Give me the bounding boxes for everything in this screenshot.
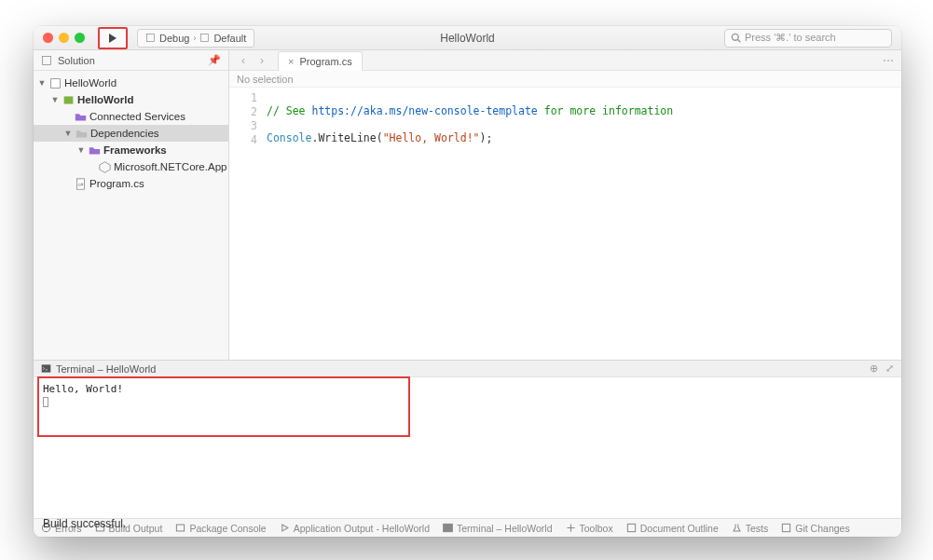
- svg-rect-6: [64, 96, 74, 103]
- code-text: .WriteLine(: [311, 131, 382, 144]
- disclosure-triangle-icon[interactable]: ▼: [76, 145, 86, 155]
- svg-rect-10: [42, 364, 51, 372]
- status-label: Tests: [746, 523, 769, 534]
- target-icon: [145, 33, 156, 43]
- svg-text:c#: c#: [78, 181, 85, 186]
- solution-pad-title: Solution: [58, 55, 95, 66]
- solution-pad-header: Solution 📌: [34, 50, 228, 71]
- project-label: HelloWorld: [77, 94, 133, 105]
- solution-icon: [49, 77, 62, 89]
- svg-rect-17: [783, 524, 790, 531]
- status-app-output[interactable]: Application Output - HelloWorld: [280, 523, 430, 534]
- toolbox-icon: [566, 523, 576, 533]
- status-git-changes[interactable]: Git Changes: [781, 523, 849, 534]
- status-bar: Build successful. Errors Build Output Pa…: [34, 518, 901, 537]
- editor-tab[interactable]: × Program.cs: [278, 51, 363, 71]
- code-text: );: [480, 131, 493, 144]
- disclosure-triangle-icon[interactable]: ▼: [37, 78, 47, 88]
- terminal-settings-icon[interactable]: ⊕: [870, 362, 878, 375]
- svg-marker-7: [100, 161, 110, 171]
- csharp-file-icon: c#: [75, 178, 87, 190]
- svg-rect-13: [177, 525, 185, 531]
- status-tests[interactable]: Tests: [732, 523, 769, 534]
- line-number: 2: [229, 105, 257, 119]
- status-document-outline[interactable]: Document Outline: [626, 523, 719, 534]
- pad-pin-icon[interactable]: 📌: [208, 54, 221, 66]
- nav-forward-button[interactable]: ›: [254, 52, 270, 69]
- connected-services-label: Connected Services: [89, 111, 185, 122]
- config-label: Debug: [159, 33, 189, 44]
- status-label: Toolbox: [580, 523, 613, 534]
- global-search[interactable]: Press '⌘.' to search: [724, 29, 892, 48]
- zoom-window-button[interactable]: [75, 33, 85, 43]
- status-label: Terminal – HelloWorld: [457, 523, 553, 534]
- breadcrumb-bar[interactable]: No selection: [229, 71, 901, 88]
- folder-icon: [75, 128, 88, 140]
- nav-back-button[interactable]: ‹: [235, 52, 252, 69]
- frameworks-node[interactable]: ▼ Frameworks: [34, 142, 228, 158]
- project-node[interactable]: ▼ HelloWorld: [34, 91, 228, 108]
- chevron-right-icon: ›: [193, 34, 196, 43]
- svg-rect-4: [43, 56, 51, 64]
- disclosure-triangle-icon[interactable]: ▼: [50, 95, 60, 104]
- project-icon: [62, 94, 75, 106]
- target-label: Default: [213, 33, 246, 44]
- file-node-program[interactable]: c# Program.cs: [34, 175, 228, 192]
- pad-icon: [41, 55, 52, 66]
- status-label: Application Output - HelloWorld: [294, 523, 430, 534]
- svg-rect-1: [201, 34, 209, 41]
- status-toolbox[interactable]: Toolbox: [566, 523, 613, 534]
- breadcrumb-text: No selection: [237, 74, 294, 85]
- terminal-icon: [443, 523, 453, 533]
- code-editor[interactable]: 1 2 3 4 // See https://aka.ms/new-consol…: [229, 88, 901, 360]
- minimize-window-button[interactable]: [59, 33, 69, 43]
- run-button[interactable]: [98, 27, 128, 49]
- solution-node[interactable]: ▼ HelloWorld: [34, 75, 228, 91]
- svg-rect-0: [146, 34, 154, 41]
- frameworks-label: Frameworks: [103, 144, 167, 156]
- disclosure-triangle-icon[interactable]: ▼: [63, 129, 73, 138]
- close-window-button[interactable]: [43, 33, 53, 43]
- device-icon: [199, 33, 210, 43]
- build-status-message: Build successful.: [43, 517, 126, 530]
- code-string: "Hello, World!": [383, 131, 480, 144]
- code-content[interactable]: // See https://aka.ms/new-console-templa…: [267, 88, 673, 360]
- dependencies-node[interactable]: ▼ Dependencies: [34, 125, 228, 142]
- tests-icon: [732, 523, 742, 533]
- status-terminal[interactable]: Terminal – HelloWorld: [443, 523, 553, 534]
- close-tab-icon[interactable]: ×: [288, 56, 294, 67]
- solution-pad: Solution 📌 ▼ HelloWorld ▼ HelloWorld Con…: [34, 50, 229, 360]
- terminal-title: Terminal – HelloWorld: [56, 363, 156, 375]
- code-comment: for more information: [538, 104, 673, 117]
- terminal-panel: Terminal – HelloWorld ⊕ ⤢ Hello, World!: [34, 360, 901, 518]
- outline-icon: [626, 523, 637, 533]
- status-label: Git Changes: [795, 523, 849, 534]
- terminal-line: Hello, World!: [43, 383, 892, 395]
- package-icon: [99, 161, 111, 173]
- line-number: 1: [229, 91, 257, 105]
- play-icon: [109, 34, 117, 43]
- terminal-pin-icon[interactable]: ⤢: [885, 362, 894, 375]
- svg-rect-16: [627, 524, 635, 531]
- tab-overflow-button[interactable]: ⋯: [883, 54, 896, 67]
- file-label: Program.cs: [89, 178, 144, 189]
- search-placeholder: Press '⌘.' to search: [745, 32, 836, 44]
- terminal-icon: [41, 363, 51, 374]
- svg-point-2: [732, 34, 738, 40]
- framework-ref-node[interactable]: Microsoft.NETCore.App – 6.0.3: [34, 158, 228, 175]
- svg-rect-15: [444, 524, 453, 531]
- terminal-output[interactable]: Hello, World!: [34, 377, 901, 518]
- code-url: https://aka.ms/new-console-template: [311, 104, 537, 117]
- ide-window: Debug › Default HelloWorld Press '⌘.' to…: [34, 26, 901, 537]
- play-icon: [280, 523, 290, 533]
- build-config-selector[interactable]: Debug › Default: [137, 29, 254, 48]
- folder-icon: [89, 144, 101, 157]
- toolbar: Debug › Default HelloWorld Press '⌘.' to…: [34, 26, 901, 50]
- svg-line-3: [738, 40, 741, 43]
- editor-tab-bar: ‹ › × Program.cs ⋯: [229, 50, 901, 71]
- connected-services-node[interactable]: Connected Services: [34, 108, 228, 125]
- status-package-console[interactable]: Package Console: [175, 523, 266, 534]
- terminal-cursor: [43, 397, 48, 407]
- search-icon: [731, 33, 741, 43]
- svg-marker-14: [281, 525, 287, 531]
